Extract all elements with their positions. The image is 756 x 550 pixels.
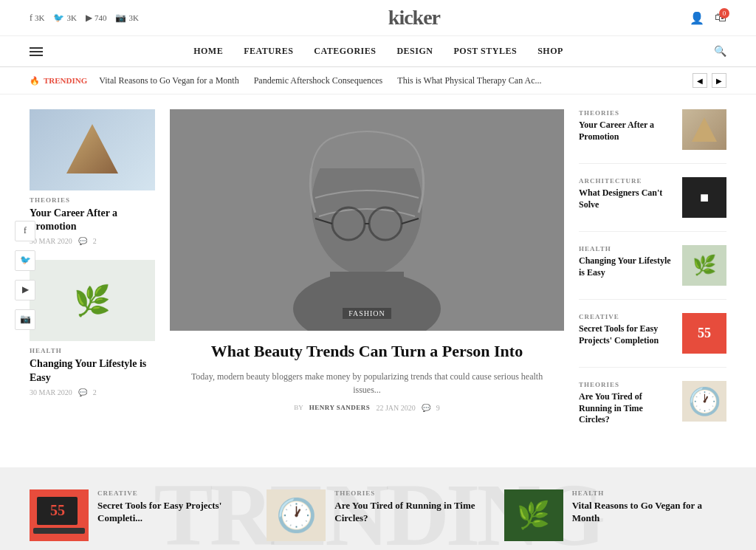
trending-item-2[interactable]: Pandemic Aftershock Consequences	[254, 75, 383, 86]
bottom-card-2-category: THEORIES	[334, 489, 489, 497]
right-card-5-text: THEORIES Are You Tired of Running in Tim…	[579, 381, 675, 426]
triangle-icon	[63, 120, 122, 179]
comment-icon-1: 💬	[78, 237, 87, 245]
featured-category-tag: FASHION	[343, 308, 391, 319]
trending-prev-button[interactable]: ◀	[693, 73, 707, 88]
bottom-card-2-text: THEORIES Are You Tired of Running in Tim…	[334, 489, 489, 525]
site-logo[interactable]: kicker	[388, 6, 440, 30]
youtube-sidebar-btn[interactable]: ▶	[15, 280, 35, 300]
top-bar: f 3K 🐦 3K ▶ 740 📷 3K kicker 👤 🛍 0	[0, 0, 756, 36]
left-card-2-title[interactable]: Changing Your Lifestyle is Easy	[30, 357, 155, 384]
clock-bottom-icon: 🕐	[276, 496, 317, 534]
clock-icon: 🕐	[688, 386, 721, 417]
right-card-3-image[interactable]: 🌿	[682, 245, 726, 286]
facebook-sidebar-btn[interactable]: f	[15, 221, 35, 241]
cart-button[interactable]: 🛍 0	[715, 11, 726, 24]
facebook-link[interactable]: f 3K	[30, 13, 44, 24]
laptop-icon: 55	[30, 489, 89, 541]
trending-item-3[interactable]: This is What Physical Therapy Can Ac...	[397, 75, 541, 86]
bottom-cards: 55 CREATIVE Secret Tools for Easy Projec…	[30, 489, 726, 541]
cart-count: 0	[719, 8, 729, 18]
svg-marker-0	[66, 124, 118, 173]
nav-post-styles[interactable]: POST STYLES	[453, 46, 517, 57]
left-card-2-image[interactable]: 🌿	[30, 260, 155, 341]
facebook-icon: f	[30, 13, 32, 24]
right-card-2-image[interactable]: ■	[682, 177, 726, 218]
bottom-card-2-image[interactable]: 🕐	[267, 489, 326, 541]
right-card-5-image[interactable]: 🕐	[682, 381, 726, 422]
left-card-1-image[interactable]	[30, 109, 155, 190]
bottom-card-1-category: CREATIVE	[97, 489, 252, 497]
trending-next-button[interactable]: ▶	[712, 73, 726, 88]
left-column: THEORIES Your Career After a Promotion 3…	[30, 109, 155, 453]
featured-title[interactable]: What Beauty Trends Can Turn a Person Int…	[185, 341, 549, 362]
bottom-card-3-image[interactable]: 🌿	[504, 489, 563, 541]
bottom-card-3-category: HEALTH	[572, 489, 726, 497]
right-card-1: THEORIES Your Career After a Promotion	[579, 109, 726, 164]
user-icon[interactable]: 👤	[690, 11, 704, 25]
right-card-3-text: HEALTH Changing Your Lifestyle is Easy	[579, 245, 675, 278]
svg-text:55: 55	[50, 502, 65, 518]
red-tag-icon: 55	[698, 326, 711, 341]
right-card-3: HEALTH Changing Your Lifestyle is Easy 🌿	[579, 245, 726, 300]
comment-icon-2: 💬	[78, 388, 87, 396]
youtube-link[interactable]: ▶ 740	[86, 13, 107, 24]
right-card-3-title[interactable]: Changing Your Lifestyle is Easy	[579, 255, 675, 278]
bottom-card-2: 🕐 THEORIES Are You Tired of Running in T…	[267, 489, 489, 541]
twitter-sidebar-btn[interactable]: 🐦	[15, 250, 35, 271]
by-label: BY	[294, 404, 303, 411]
plant-icon: 🌿	[74, 283, 111, 318]
bottom-card-1-image[interactable]: 55	[30, 489, 89, 541]
featured-image[interactable]: FASHION	[170, 109, 564, 331]
nav-features[interactable]: FEATURES	[244, 46, 293, 57]
left-card-1-category: THEORIES	[30, 196, 155, 204]
right-card-2-title[interactable]: What Designers Can't Solve	[579, 188, 675, 210]
bottom-card-1-title[interactable]: Secret Tools for Easy Projects' Completi…	[97, 500, 252, 525]
bottom-card-2-title[interactable]: Are You Tired of Running in Time Circles…	[334, 500, 489, 525]
right-card-3-category: HEALTH	[579, 245, 675, 252]
featured-body: What Beauty Trends Can Turn a Person Int…	[170, 331, 564, 419]
nav-bar: HOME FEATURES CATEGORIES DESIGN POST STY…	[0, 36, 756, 67]
trending-item-1[interactable]: Vital Reasons to Go Vegan for a Month	[99, 75, 238, 86]
right-card-4-image[interactable]: 55	[682, 313, 726, 354]
left-card-1: THEORIES Your Career After a Promotion 3…	[30, 109, 155, 245]
hamburger-menu[interactable]	[30, 47, 43, 56]
right-card-1-image[interactable]	[682, 109, 726, 150]
nav-categories[interactable]: CATEGORIES	[314, 46, 376, 57]
leaves-icon: 🌿	[517, 500, 550, 531]
social-sidebar: f 🐦 ▶ 📷	[15, 221, 35, 330]
main-content: THEORIES Your Career After a Promotion 3…	[0, 94, 756, 467]
bottom-card-3-title[interactable]: Vital Reasons to Go Vegan for a Month	[572, 500, 726, 525]
featured-face-svg	[170, 109, 564, 331]
twitter-icon: 🐦	[53, 13, 64, 24]
right-card-4-title[interactable]: Secret Tools for Easy Projects' Completi…	[579, 323, 675, 346]
facebook-count: 3K	[35, 13, 44, 22]
right-card-5: THEORIES Are You Tired of Running in Tim…	[579, 381, 726, 439]
main-nav: HOME FEATURES CATEGORIES DESIGN POST STY…	[193, 46, 563, 57]
right-card-4-text: CREATIVE Secret Tools for Easy Projects'…	[579, 313, 675, 346]
instagram-link[interactable]: 📷 3K	[115, 13, 138, 24]
instagram-sidebar-btn[interactable]: 📷	[15, 309, 35, 330]
nav-home[interactable]: HOME	[193, 46, 223, 57]
search-icon[interactable]: 🔍	[714, 45, 726, 58]
featured-author: HENRY SANDERS	[309, 404, 371, 411]
featured-date: 22 JAN 2020	[376, 404, 415, 412]
trending-label: 🔥 TRENDING	[30, 76, 87, 86]
bottom-section: TRENDING 55 CREATIVE Secret Tools for Ea…	[0, 467, 756, 550]
twitter-count: 3K	[66, 13, 76, 22]
twitter-link[interactable]: 🐦 3K	[53, 13, 76, 24]
right-card-5-title[interactable]: Are You Tired of Running in Time Circles…	[579, 391, 675, 426]
left-card-1-meta: 30 MAR 2020 💬 2	[30, 237, 155, 245]
featured-comment-icon: 💬	[422, 404, 430, 412]
nav-shop[interactable]: SHOP	[537, 46, 563, 57]
left-card-1-title[interactable]: Your Career After a Promotion	[30, 207, 155, 233]
left-card-1-comments: 2	[93, 237, 97, 245]
left-card-2-date: 30 MAR 2020	[30, 388, 72, 396]
top-right-actions: 👤 🛍 0	[690, 11, 726, 25]
featured-excerpt: Today, modern beauty bloggers make money…	[185, 370, 549, 396]
featured-byline: BY HENRY SANDERS 22 JAN 2020 💬 9	[185, 404, 549, 412]
nav-design[interactable]: DESIGN	[396, 46, 433, 57]
youtube-icon: ▶	[86, 13, 92, 24]
svg-marker-10	[692, 117, 717, 142]
right-card-1-title[interactable]: Your Career After a Promotion	[579, 120, 675, 142]
